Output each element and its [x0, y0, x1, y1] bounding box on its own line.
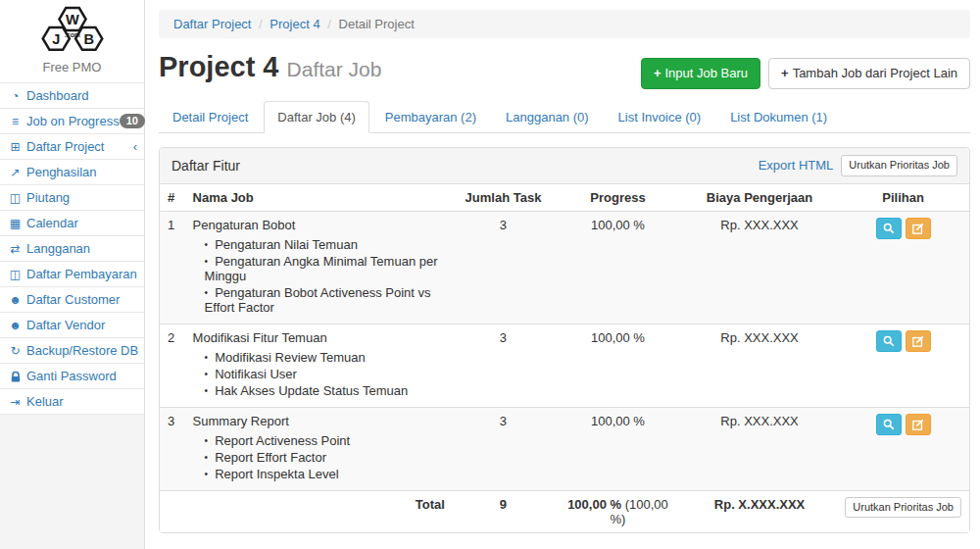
- tab-list-invoice[interactable]: List Invoice (0): [605, 101, 715, 133]
- edit-icon: [912, 223, 924, 234]
- sidebar-item-calendar[interactable]: ▦ Calendar: [0, 210, 144, 235]
- tab-bar: Detail Project Daftar Job (4) Pembayaran…: [159, 101, 970, 133]
- total-cost: Rp. X.XXX.XXX: [682, 490, 837, 532]
- sidebar-item-daftar-pembayaran[interactable]: ◫ Daftar Pembayaran: [0, 261, 144, 286]
- job-name: Pengaturan Bobot: [193, 218, 296, 232]
- search-icon: [883, 223, 895, 234]
- chevron-left-icon: ‹: [133, 139, 137, 154]
- sign-out-icon: ⇥: [7, 395, 24, 409]
- table-row: 1 Pengaturan Bobot Pengaturan Nilai Temu…: [160, 211, 969, 324]
- export-html-link[interactable]: Export HTML: [759, 158, 834, 173]
- job-count-badge: 10: [120, 114, 145, 128]
- users-icon: ☻: [7, 293, 24, 307]
- sidebar-item-ganti-password[interactable]: Ganti Password: [0, 363, 144, 388]
- calendar-icon: ▦: [7, 217, 24, 230]
- edit-icon: [912, 419, 924, 430]
- main-content: Daftar Project Project 4 Detail Project …: [145, 0, 980, 549]
- total-tasks: 9: [453, 490, 554, 532]
- input-job-baru-button[interactable]: +Input Job Baru: [641, 58, 760, 89]
- sidebar-item-job-on-progress[interactable]: ≡ Job on Progress 10: [0, 108, 144, 133]
- sidebar-item-daftar-project[interactable]: ⊞ Daftar Project ‹: [0, 133, 144, 159]
- sidebar-item-daftar-customer[interactable]: ☻ Daftar Customer: [0, 286, 144, 312]
- edit-job-button[interactable]: [906, 330, 931, 352]
- money-icon: ◫: [7, 191, 24, 205]
- panel-title: Daftar Fitur: [172, 158, 240, 174]
- panel-daftar-fitur: Daftar Fitur Export HTML Urutkan Priorit…: [159, 147, 970, 532]
- svg-text:.com: .com: [65, 31, 80, 38]
- urutkan-prioritas-job-button[interactable]: Urutkan Prioritas Job: [845, 497, 961, 518]
- svg-text:B: B: [83, 31, 94, 47]
- refresh-icon: ↻: [7, 344, 24, 358]
- col-num: #: [160, 184, 185, 212]
- search-icon: [883, 335, 895, 347]
- total-progress: 100,00 % (100,00 %): [554, 490, 682, 532]
- tasks-icon: ≡: [7, 115, 24, 128]
- users-icon: ☻: [7, 319, 24, 332]
- edit-job-button[interactable]: [906, 414, 931, 435]
- tab-daftar-job[interactable]: Daftar Job (4): [264, 101, 368, 133]
- sidebar-item-daftar-vendor[interactable]: ☻ Daftar Vendor: [0, 312, 144, 337]
- sidebar: W J B .com Free PMO ◔ Dashboard ≡ Job on…: [0, 0, 145, 549]
- view-job-button[interactable]: [876, 218, 902, 239]
- plus-icon: +: [781, 66, 789, 80]
- sidebar-item-keluar[interactable]: ⇥ Keluar: [0, 388, 144, 415]
- tab-list-dokumen[interactable]: List Dokumen (1): [716, 101, 841, 133]
- app-logo: W J B .com Free PMO: [0, 0, 144, 82]
- tab-pembayaran[interactable]: Pembayaran (2): [371, 101, 490, 133]
- tambah-job-dari-project-lain-button[interactable]: +Tambah Job dari Project Lain: [768, 58, 970, 89]
- breadcrumb-project-4[interactable]: Project 4: [270, 17, 319, 31]
- dashboard-icon: ◔: [7, 89, 24, 103]
- job-name: Summary Report: [193, 414, 289, 428]
- breadcrumb: Daftar Project Project 4 Detail Project: [159, 10, 970, 38]
- line-chart-icon: ↗: [7, 166, 24, 179]
- table-icon: ⊞: [7, 140, 24, 154]
- job-subtasks: Modifikasi Review Temuan Notifikasi User…: [205, 349, 445, 399]
- job-name: Modifikasi Fitur Temuan: [193, 330, 327, 345]
- edit-icon: [912, 335, 924, 347]
- table-row: 2 Modifikasi Fitur Temuan Modifikasi Rev…: [160, 324, 969, 407]
- svg-text:J: J: [52, 31, 60, 47]
- daftar-fitur-table: # Nama Job Jumlah Task Progress Biaya Pe…: [160, 184, 969, 532]
- page-subtitle: Daftar Job: [287, 58, 382, 80]
- payment-icon: ◫: [7, 268, 24, 281]
- total-label: Total: [185, 490, 453, 532]
- col-pilihan: Pilihan: [837, 184, 969, 212]
- brand-name: Free PMO: [0, 60, 144, 75]
- total-row: Total 9 100,00 % (100,00 %) Rp. X.XXX.XX…: [160, 490, 969, 532]
- sidebar-item-dashboard[interactable]: ◔ Dashboard: [0, 82, 144, 108]
- urutkan-prioritas-job-button[interactable]: Urutkan Prioritas Job: [841, 155, 957, 175]
- table-row: 3 Summary Report Report Activeness Point…: [160, 407, 969, 490]
- sidebar-item-penghasilan[interactable]: ↗ Penghasilan: [0, 159, 144, 184]
- table-header-row: # Nama Job Jumlah Task Progress Biaya Pe…: [160, 184, 969, 212]
- plus-icon: +: [654, 66, 662, 80]
- tab-detail-project[interactable]: Detail Project: [159, 101, 262, 133]
- jwb-logo-icon: W J B .com: [25, 6, 120, 53]
- col-jumlah-task: Jumlah Task: [453, 184, 554, 212]
- sidebar-item-langganan[interactable]: ⇄ Langganan: [0, 235, 144, 261]
- sidebar-menu: ◔ Dashboard ≡ Job on Progress 10 ⊞ Dafta…: [0, 82, 144, 415]
- sidebar-item-backup-restore[interactable]: ↻ Backup/Restore DB: [0, 337, 144, 363]
- view-job-button[interactable]: [876, 330, 902, 352]
- page-title: Project 4 Daftar Job: [159, 52, 381, 83]
- tab-langganan[interactable]: Langganan (0): [492, 101, 603, 133]
- edit-job-button[interactable]: [906, 218, 931, 239]
- col-progress: Progress: [554, 184, 682, 212]
- breadcrumb-daftar-project[interactable]: Daftar Project: [173, 17, 251, 31]
- job-subtasks: Pengaturan Nilai Temuan Pengaturan Angka…: [205, 236, 445, 316]
- col-biaya: Biaya Pengerjaan: [682, 184, 837, 212]
- lock-icon: [7, 370, 24, 383]
- retweet-icon: ⇄: [7, 242, 24, 256]
- search-icon: [883, 419, 895, 430]
- breadcrumb-detail-project: Detail Project: [323, 17, 415, 31]
- svg-text:W: W: [66, 12, 79, 27]
- col-nama-job: Nama Job: [185, 184, 453, 212]
- sidebar-item-piutang[interactable]: ◫ Piutang: [0, 184, 144, 210]
- view-job-button[interactable]: [876, 414, 902, 435]
- job-subtasks: Report Activeness Point Report Effort Fa…: [205, 432, 445, 482]
